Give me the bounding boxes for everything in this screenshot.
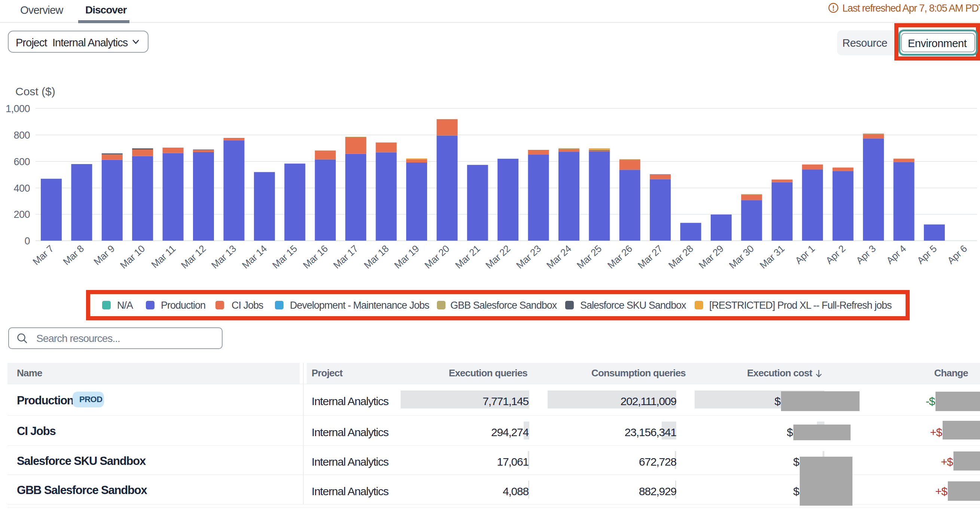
- svg-text:Mar 7: Mar 7: [30, 243, 56, 267]
- svg-text:Apr 4: Apr 4: [884, 243, 908, 266]
- svg-text:0: 0: [24, 235, 30, 247]
- svg-text:Apr 3: Apr 3: [854, 243, 878, 266]
- svg-text:Mar 19: Mar 19: [392, 243, 421, 269]
- svg-text:Mar 22: Mar 22: [483, 243, 512, 269]
- svg-text:Mar 25: Mar 25: [574, 243, 604, 269]
- svg-text:Mar 23: Mar 23: [514, 243, 543, 269]
- svg-text:Mar 29: Mar 29: [697, 243, 725, 269]
- svg-text:Mar 28: Mar 28: [666, 243, 695, 269]
- svg-text:Mar 10: Mar 10: [118, 243, 147, 269]
- svg-text:Mar 9: Mar 9: [91, 243, 117, 267]
- svg-text:400: 400: [13, 183, 30, 194]
- svg-text:Mar 27: Mar 27: [635, 243, 665, 269]
- svg-text:Mar 20: Mar 20: [422, 243, 452, 269]
- svg-text:600: 600: [13, 156, 30, 167]
- svg-text:200: 200: [13, 209, 30, 220]
- svg-text:Apr 1: Apr 1: [793, 243, 817, 266]
- svg-text:Mar 26: Mar 26: [605, 243, 635, 269]
- svg-text:Apr 6: Apr 6: [945, 243, 969, 266]
- svg-text:Mar 17: Mar 17: [331, 243, 360, 269]
- svg-text:Apr 2: Apr 2: [824, 243, 848, 266]
- svg-text:Mar 30: Mar 30: [727, 243, 756, 269]
- svg-text:Mar 11: Mar 11: [149, 243, 178, 269]
- svg-text:1,000: 1,000: [6, 103, 30, 114]
- svg-text:Mar 21: Mar 21: [453, 243, 482, 269]
- svg-text:Mar 16: Mar 16: [301, 243, 330, 269]
- svg-text:Mar 14: Mar 14: [240, 243, 269, 269]
- svg-text:800: 800: [13, 130, 30, 141]
- svg-text:Mar 24: Mar 24: [544, 243, 573, 269]
- svg-text:Apr 5: Apr 5: [915, 243, 939, 266]
- svg-text:Mar 15: Mar 15: [270, 243, 299, 269]
- svg-text:Mar 31: Mar 31: [757, 243, 787, 269]
- svg-text:Mar 18: Mar 18: [362, 243, 391, 269]
- svg-text:Mar 8: Mar 8: [60, 243, 86, 267]
- svg-text:Mar 13: Mar 13: [209, 243, 238, 269]
- svg-text:Mar 12: Mar 12: [179, 243, 208, 269]
